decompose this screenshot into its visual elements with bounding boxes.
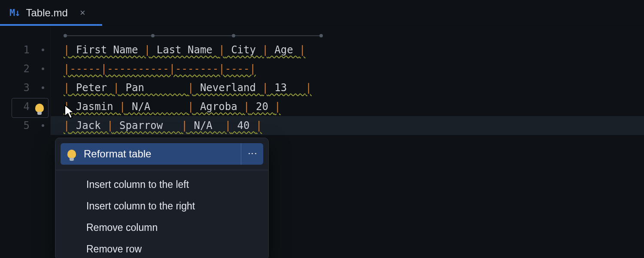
gutter-line-1[interactable]: 1: [0, 40, 50, 59]
lightbulb-icon: [67, 150, 76, 158]
tab-filename: Table.md: [26, 7, 68, 19]
code-line-1[interactable]: | First Name | Last Name | City | Age |: [51, 40, 644, 59]
indent-guides: [64, 34, 323, 38]
popup-item-label: Reformat table: [84, 148, 151, 160]
code-line-3[interactable]: | Peter | Pan | Neverland | 13 |: [51, 78, 644, 97]
popup-item-label: Insert column to the left: [86, 179, 189, 190]
lightbulb-icon: [35, 104, 44, 112]
gutter-line-5[interactable]: 5: [0, 116, 50, 135]
editor-tab[interactable]: M↓ Table.md ×: [0, 0, 94, 25]
popup-item-insert-col-left[interactable]: Insert column to the left: [55, 174, 268, 195]
popup-item-reformat-table[interactable]: Reformat table ⋮: [61, 143, 263, 165]
popup-item-insert-col-right[interactable]: Insert column to the right: [55, 195, 268, 217]
gutter-line-2[interactable]: 2: [0, 59, 50, 78]
popup-separator: [55, 170, 268, 170]
gutter-line-4[interactable]: 4: [0, 97, 50, 116]
close-tab-icon[interactable]: ×: [80, 8, 85, 18]
code-area[interactable]: | First Name | Last Name | City | Age | …: [51, 26, 644, 135]
markdown-file-icon: M↓: [9, 7, 20, 18]
code-line-2[interactable]: |-----|----------|-------|----|: [51, 59, 644, 78]
editor: 1 2 3 4 5 | First Name | Last Name | Cit…: [0, 26, 644, 135]
gutter-line-3[interactable]: 3: [0, 78, 50, 97]
popup-item-label: Remove row: [86, 243, 142, 255]
popup-item-label: Insert column to the right: [86, 200, 195, 212]
intention-popup: Reformat table ⋮ Insert column to the le…: [55, 138, 269, 258]
gutter: 1 2 3 4 5: [0, 26, 51, 135]
code-line-5[interactable]: | Jack | Sparrow | N/A | 40 |: [51, 116, 644, 135]
popup-item-remove-column[interactable]: Remove column: [55, 217, 268, 238]
intention-bulb[interactable]: [12, 98, 49, 118]
code-line-4[interactable]: | Jasmin | N/A | Agroba | 20 |: [51, 97, 644, 116]
popup-item-remove-row[interactable]: Remove row: [55, 238, 268, 258]
popup-item-label: Remove column: [86, 222, 158, 233]
tab-bar: M↓ Table.md ×: [0, 0, 644, 26]
popup-more-icon[interactable]: ⋮: [241, 143, 263, 165]
